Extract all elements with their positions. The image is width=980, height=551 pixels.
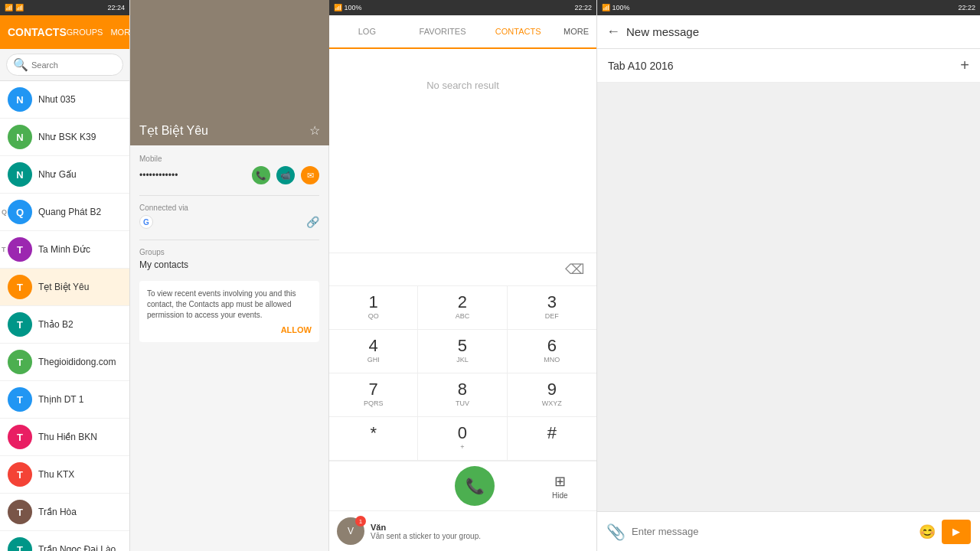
contact-list-item[interactable]: N Như Gấu <box>0 156 129 194</box>
contact-name: Trần Ngọc Đại Lào <box>38 544 122 551</box>
contact-name: Thegioididong.com <box>38 357 122 367</box>
add-recipient-icon[interactable]: + <box>960 57 969 74</box>
connected-label: Connected via <box>139 204 319 212</box>
dial-num: 1 <box>369 294 378 311</box>
dial-grid: 1 QO 2 ABC 3 DEF 4 GHI 5 JKL 6 MNO 7 PQR… <box>329 285 596 461</box>
contact-avatar: T <box>8 500 32 524</box>
contact-avatar: T <box>8 312 32 337</box>
dial-key-1[interactable]: 1 QO <box>329 286 418 330</box>
mobile-label: Mobile <box>139 155 319 163</box>
link-icon[interactable]: 🔗 <box>306 216 319 228</box>
right-status-icons: 📶 100% <box>602 4 630 11</box>
dial-key-9[interactable]: 9 WXYZ <box>508 373 596 417</box>
notif-avatar-letter: V <box>348 526 354 536</box>
contact-name: Thịnh DT 1 <box>38 394 122 405</box>
call-phone-icon[interactable]: 📞 <box>252 166 270 184</box>
call-button[interactable]: 📞 <box>455 466 495 506</box>
allow-button[interactable]: ALLOW <box>147 325 312 334</box>
contact-list-item[interactable]: T Thu KTX <box>0 456 129 494</box>
alpha-indicator: T <box>2 246 6 253</box>
right-header-title: New message <box>626 25 971 38</box>
contact-list-item[interactable]: T Trần Ngọc Đại Lào <box>0 531 129 551</box>
contact-list-item[interactable]: T Thegioididong.com <box>0 344 129 381</box>
dial-num: 2 <box>458 294 467 311</box>
dial-letters: JKL <box>456 356 469 365</box>
contact-name: Như BSK K39 <box>38 132 122 142</box>
backspace-icon[interactable]: ⌫ <box>562 258 587 281</box>
dial-letters: DEF <box>545 312 559 321</box>
dial-letters: + <box>460 443 464 452</box>
mobile-section: Mobile •••••••••••• 📞 📹 ✉ <box>139 155 319 184</box>
dial-key-6[interactable]: 6 MNO <box>508 330 596 373</box>
dial-num: 7 <box>369 381 378 398</box>
search-input-wrap: 🔍 🎤 <box>6 54 123 76</box>
contact-hero-name: Tẹt Biệt Yêu <box>139 123 309 138</box>
left-status-icons: 📶 📶 <box>5 4 24 11</box>
tab-contacts[interactable]: CONTACTS <box>480 15 556 49</box>
attach-icon[interactable]: 📎 <box>606 523 626 541</box>
dial-num: 3 <box>547 294 557 311</box>
alpha-indicator: Q <box>2 208 7 216</box>
contact-name: Thu KTX <box>38 469 122 480</box>
dial-key-2[interactable]: 2 ABC <box>418 286 507 330</box>
dialer-input-row: ⌫ <box>329 253 596 285</box>
contact-list-item[interactable]: N Nhut 035 <box>0 81 129 119</box>
notif-msg: Văn sent a sticker to your group. <box>371 532 589 540</box>
dial-key-4[interactable]: 4 GHI <box>329 330 418 373</box>
contact-list-item[interactable]: T T Ta Minh Đức <box>0 231 129 269</box>
contact-list-item[interactable]: T Thịnh DT 1 <box>0 381 129 419</box>
contact-avatar: N <box>8 87 32 112</box>
dial-key-8[interactable]: 8 TUV <box>418 373 507 417</box>
dial-key-7[interactable]: 7 PQRS <box>329 373 418 417</box>
tab-favorites[interactable]: FAVORITES <box>405 15 481 47</box>
send-button[interactable]: ▶ <box>942 520 971 544</box>
groups-nav[interactable]: GROUPS <box>67 28 103 37</box>
right-footer: 📎 😊 ▶ <box>597 511 980 551</box>
to-row: + <box>597 49 980 83</box>
contact-hero: Tẹt Biệt Yêu ☆ <box>130 0 329 145</box>
to-input[interactable] <box>608 60 954 72</box>
right-status-time: 22:22 <box>958 4 975 11</box>
dial-key-#[interactable]: # <box>508 417 596 461</box>
permission-box: To view recent events involving you and … <box>139 281 319 342</box>
notif-name: Văn <box>371 523 589 532</box>
hide-button[interactable]: ⊞ Hide <box>552 473 568 500</box>
contact-avatar: T <box>8 237 32 262</box>
dialer-more-button[interactable]: MORE <box>556 15 596 47</box>
contact-name: Trần Hòa <box>38 507 122 517</box>
groups-value: My contacts <box>139 259 319 270</box>
dial-num: 6 <box>547 337 557 354</box>
dial-key-3[interactable]: 3 DEF <box>508 286 596 330</box>
dial-key-0[interactable]: 0 + <box>418 417 507 461</box>
contacts-list: N Nhut 035 N Như BSK K39 N Như Gấu Q Q Q… <box>0 81 129 551</box>
message-icon[interactable]: ✉ <box>301 166 319 184</box>
dial-key-*[interactable]: * <box>329 417 418 461</box>
dialer-input[interactable] <box>338 263 562 276</box>
no-result-text: No search result <box>426 80 499 91</box>
back-button[interactable]: ← <box>606 24 620 40</box>
dial-letters: TUV <box>456 399 469 409</box>
dial-letters: GHI <box>368 356 380 365</box>
contact-list-item[interactable]: Q Q Quang Phát B2 <box>0 194 129 231</box>
tab-log[interactable]: LOG <box>329 15 405 47</box>
connected-section: Connected via G 🔗 <box>139 204 319 229</box>
contact-list-item[interactable]: N Như BSK K39 <box>0 119 129 156</box>
contact-avatar: T <box>8 537 32 551</box>
contact-list-item[interactable]: T Thảo B2 <box>0 306 129 344</box>
contact-list-item[interactable]: T Thu Hiền BKN <box>0 419 129 456</box>
dial-num: 0 <box>458 425 467 442</box>
contact-avatar: T <box>8 350 32 374</box>
contact-list-item[interactable]: T Tẹt Biệt Yêu <box>0 269 129 306</box>
video-call-icon[interactable]: 📹 <box>276 166 295 184</box>
contact-list-item[interactable]: T Trần Hòa <box>0 494 129 531</box>
dial-key-5[interactable]: 5 JKL <box>418 330 507 373</box>
dialer-search-result: No search result <box>329 49 596 253</box>
phone-row: •••••••••••• 📞 📹 ✉ <box>139 166 319 184</box>
search-input[interactable] <box>31 60 137 70</box>
contact-avatar: Q <box>8 200 32 224</box>
favorite-star-icon[interactable]: ☆ <box>309 123 320 138</box>
emoji-icon[interactable]: 😊 <box>919 523 936 540</box>
message-input[interactable] <box>632 526 913 537</box>
dial-letters: WXYZ <box>542 399 562 409</box>
dial-num: 5 <box>458 337 467 354</box>
